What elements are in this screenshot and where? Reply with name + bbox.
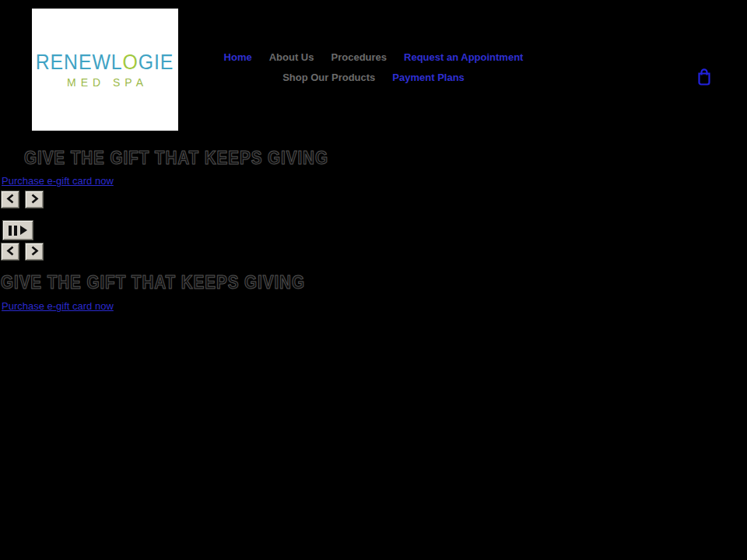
logo-o-mark: O xyxy=(123,51,139,74)
pause-icon xyxy=(9,226,17,236)
nav-item-payment-plans[interactable]: Payment Plans xyxy=(392,70,465,86)
chevron-left-icon xyxy=(6,194,15,206)
chevron-right-icon xyxy=(30,194,39,206)
chevron-left-icon xyxy=(6,246,15,258)
gift-heading: GIVE THE GIFT THAT KEEPS GIVING xyxy=(24,148,328,169)
nav-item-request-appointment[interactable]: Request an Appointment xyxy=(404,50,523,65)
nav-item-about-us[interactable]: About Us xyxy=(269,50,314,65)
nav-item-procedures[interactable]: Procedures xyxy=(331,50,388,65)
gift-heading-2: GIVE THE GIFT THAT KEEPS GIVING xyxy=(1,272,305,293)
purchase-gift-card-link[interactable]: Purchase e-gift card now xyxy=(2,175,114,187)
nav-item-home[interactable]: Home xyxy=(224,50,252,65)
carousel-pause-play-button[interactable] xyxy=(2,220,33,240)
logo-wordmark-prefix: RENEWL xyxy=(36,51,123,74)
chevron-right-icon xyxy=(30,246,39,258)
carousel-prev-button[interactable] xyxy=(1,191,19,208)
logo-wordmark-suffix: GIE xyxy=(139,51,174,74)
site-logo[interactable]: RENEWLOGIE MED SPA xyxy=(32,9,178,131)
logo-subtitle: MED SPA xyxy=(62,76,148,89)
carousel-next-button[interactable] xyxy=(25,191,44,208)
carousel-arrows-top xyxy=(1,191,44,208)
play-icon xyxy=(20,226,27,235)
medspa-homepage: { "colors": { "background": "#000000", "… xyxy=(0,0,747,560)
main-navigation: Home About Us Procedures Request an Appo… xyxy=(195,50,552,86)
shopping-bag-icon xyxy=(696,68,712,88)
carousel-arrows-bottom xyxy=(1,243,44,261)
carousel-next-button-2[interactable] xyxy=(25,243,44,261)
purchase-gift-card-link-2[interactable]: Purchase e-gift card now xyxy=(2,300,114,312)
nav-item-shop-our-products[interactable]: Shop Our Products xyxy=(282,70,375,86)
logo-wordmark: RENEWLOGIE xyxy=(36,51,174,75)
cart-button[interactable] xyxy=(694,68,714,88)
carousel-prev-button-2[interactable] xyxy=(1,243,19,261)
